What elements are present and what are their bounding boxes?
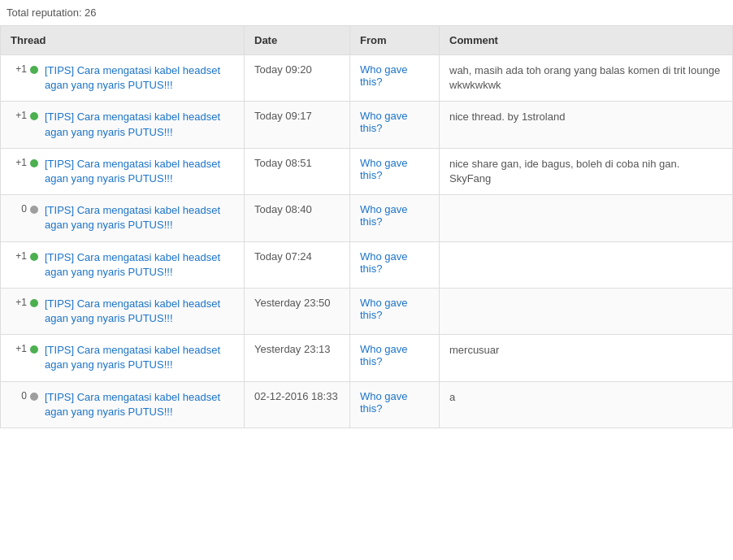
thread-cell: +1[TIPS] Cara mengatasi kabel headset ag…: [1, 288, 245, 334]
comment-cell: [440, 241, 733, 288]
thread-link[interactable]: [TIPS] Cara mengatasi kabel headset agan…: [45, 343, 234, 372]
table-body: +1[TIPS] Cara mengatasi kabel headset ag…: [1, 55, 733, 428]
thread-cell: 0[TIPS] Cara mengatasi kabel headset aga…: [1, 381, 245, 428]
who-gave-this-link[interactable]: Who gave this?: [360, 203, 408, 228]
rep-badge: +1: [11, 343, 27, 354]
thread-link[interactable]: [TIPS] Cara mengatasi kabel headset agan…: [45, 297, 234, 326]
table-row: +1[TIPS] Cara mengatasi kabel headset ag…: [1, 55, 733, 102]
thread-cell: +1[TIPS] Cara mengatasi kabel headset ag…: [1, 335, 245, 381]
rep-badge: +1: [11, 63, 27, 75]
comment-cell: nice share gan, ide bagus, boleh di coba…: [440, 148, 733, 194]
thread-cell: +1[TIPS] Cara mengatasi kabel headset ag…: [1, 241, 245, 288]
table-row: 0[TIPS] Cara mengatasi kabel headset aga…: [1, 195, 733, 241]
rep-badge: +1: [11, 250, 27, 262]
who-gave-this-link[interactable]: Who gave this?: [360, 63, 408, 88]
comment-cell: a: [440, 381, 733, 428]
comment-cell: [440, 195, 733, 241]
total-reputation: Total reputation: 26: [0, 7, 733, 25]
date-cell: Yesterday 23:13: [245, 335, 350, 381]
comment-cell: [440, 288, 733, 334]
date-cell: 02-12-2016 18:33: [245, 381, 350, 428]
from-cell: Who gave this?: [350, 335, 440, 381]
green-dot-icon: [30, 66, 38, 74]
comment-cell: mercusuar: [440, 335, 733, 381]
who-gave-this-link[interactable]: Who gave this?: [360, 390, 408, 415]
thread-cell: 0[TIPS] Cara mengatasi kabel headset aga…: [1, 195, 245, 241]
table-header-row: Thread Date From Comment: [1, 26, 733, 55]
thread-cell: +1[TIPS] Cara mengatasi kabel headset ag…: [1, 102, 245, 148]
table-row: +1[TIPS] Cara mengatasi kabel headset ag…: [1, 148, 733, 194]
who-gave-this-link[interactable]: Who gave this?: [360, 343, 408, 367]
column-comment: Comment: [440, 26, 733, 55]
from-cell: Who gave this?: [350, 148, 440, 194]
thread-link[interactable]: [TIPS] Cara mengatasi kabel headset agan…: [45, 157, 234, 186]
reputation-table: Thread Date From Comment +1[TIPS] Cara m…: [0, 25, 733, 428]
date-cell: Today 09:17: [245, 102, 350, 148]
rep-badge: +1: [11, 297, 27, 308]
table-row: +1[TIPS] Cara mengatasi kabel headset ag…: [1, 288, 733, 334]
table-row: +1[TIPS] Cara mengatasi kabel headset ag…: [1, 241, 733, 288]
date-cell: Today 09:20: [245, 55, 350, 102]
thread-link[interactable]: [TIPS] Cara mengatasi kabel headset agan…: [45, 250, 234, 280]
thread-cell: +1[TIPS] Cara mengatasi kabel headset ag…: [1, 148, 245, 194]
date-cell: Today 08:51: [245, 148, 350, 194]
date-cell: Yesterday 23:50: [245, 288, 350, 334]
column-from: From: [350, 26, 440, 55]
who-gave-this-link[interactable]: Who gave this?: [360, 157, 408, 181]
rep-badge: 0: [11, 203, 27, 215]
green-dot-icon: [30, 345, 38, 354]
date-cell: Today 08:40: [245, 195, 350, 241]
green-dot-icon: [30, 112, 38, 120]
rep-badge: 0: [11, 390, 27, 402]
gray-dot-icon: [30, 206, 38, 214]
column-thread: Thread: [1, 26, 245, 55]
from-cell: Who gave this?: [350, 241, 440, 288]
from-cell: Who gave this?: [350, 55, 440, 102]
who-gave-this-link[interactable]: Who gave this?: [360, 110, 408, 134]
from-cell: Who gave this?: [350, 195, 440, 241]
page-wrapper: Total reputation: 26 Thread Date From Co…: [0, 0, 733, 428]
table-row: +1[TIPS] Cara mengatasi kabel headset ag…: [1, 102, 733, 148]
green-dot-icon: [30, 299, 38, 307]
from-cell: Who gave this?: [350, 288, 440, 334]
thread-link[interactable]: [TIPS] Cara mengatasi kabel headset agan…: [45, 110, 234, 139]
green-dot-icon: [30, 159, 38, 167]
table-row: +1[TIPS] Cara mengatasi kabel headset ag…: [1, 335, 733, 381]
thread-link[interactable]: [TIPS] Cara mengatasi kabel headset agan…: [45, 63, 234, 93]
green-dot-icon: [30, 253, 38, 261]
date-cell: Today 07:24: [245, 241, 350, 288]
rep-badge: +1: [11, 110, 27, 121]
who-gave-this-link[interactable]: Who gave this?: [360, 297, 408, 321]
rep-badge: +1: [11, 157, 27, 168]
who-gave-this-link[interactable]: Who gave this?: [360, 250, 408, 275]
comment-cell: nice thread. by 1stroland: [440, 102, 733, 148]
thread-link[interactable]: [TIPS] Cara mengatasi kabel headset agan…: [45, 203, 234, 232]
thread-cell: +1[TIPS] Cara mengatasi kabel headset ag…: [1, 55, 245, 102]
from-cell: Who gave this?: [350, 381, 440, 428]
from-cell: Who gave this?: [350, 102, 440, 148]
thread-link[interactable]: [TIPS] Cara mengatasi kabel headset agan…: [45, 390, 234, 419]
table-row: 0[TIPS] Cara mengatasi kabel headset aga…: [1, 381, 733, 428]
gray-dot-icon: [30, 393, 38, 401]
column-date: Date: [245, 26, 350, 55]
comment-cell: wah, masih ada toh orang yang balas kome…: [440, 55, 733, 102]
